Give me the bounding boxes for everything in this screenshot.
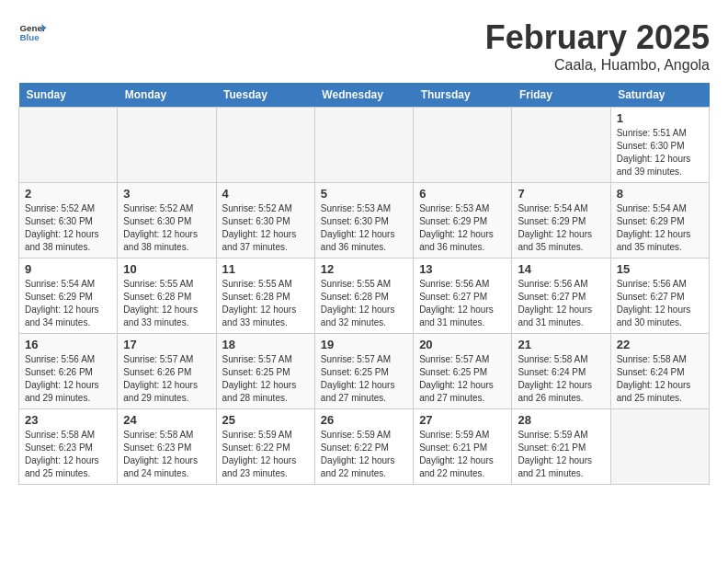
col-header-sunday: Sunday <box>19 83 118 108</box>
day-number: 18 <box>222 338 309 351</box>
day-info: Sunrise: 5:56 AM Sunset: 6:27 PM Dayligh… <box>419 278 506 329</box>
day-cell: 21Sunrise: 5:58 AM Sunset: 6:24 PM Dayli… <box>512 334 610 409</box>
day-number: 17 <box>123 338 210 351</box>
week-row-1: 1Sunrise: 5:51 AM Sunset: 6:30 PM Daylig… <box>19 108 710 183</box>
day-number: 24 <box>123 413 210 427</box>
day-info: Sunrise: 5:57 AM Sunset: 6:25 PM Dayligh… <box>321 353 407 405</box>
week-row-2: 2Sunrise: 5:52 AM Sunset: 6:30 PM Daylig… <box>19 183 710 259</box>
day-info: Sunrise: 5:55 AM Sunset: 6:28 PM Dayligh… <box>321 278 407 329</box>
page-header: General Blue February 2025 Caala, Huambo… <box>18 18 710 74</box>
day-info: Sunrise: 5:57 AM Sunset: 6:25 PM Dayligh… <box>222 353 309 405</box>
day-info: Sunrise: 5:58 AM Sunset: 6:24 PM Dayligh… <box>617 353 703 405</box>
col-header-thursday: Thursday <box>414 83 512 108</box>
day-cell: 8Sunrise: 5:54 AM Sunset: 6:29 PM Daylig… <box>610 183 709 259</box>
day-info: Sunrise: 5:52 AM Sunset: 6:30 PM Dayligh… <box>222 202 309 254</box>
day-number: 9 <box>25 262 111 276</box>
day-cell: 1Sunrise: 5:51 AM Sunset: 6:30 PM Daylig… <box>610 108 709 183</box>
day-cell: 14Sunrise: 5:56 AM Sunset: 6:27 PM Dayli… <box>512 259 610 334</box>
day-info: Sunrise: 5:54 AM Sunset: 6:29 PM Dayligh… <box>25 278 111 329</box>
day-info: Sunrise: 5:58 AM Sunset: 6:23 PM Dayligh… <box>25 429 111 480</box>
day-info: Sunrise: 5:54 AM Sunset: 6:29 PM Dayligh… <box>518 202 604 254</box>
day-cell <box>512 108 610 183</box>
day-number: 5 <box>321 187 407 201</box>
day-cell: 22Sunrise: 5:58 AM Sunset: 6:24 PM Dayli… <box>610 334 709 409</box>
location-subtitle: Caala, Huambo, Angola <box>485 57 710 74</box>
day-number: 22 <box>617 338 703 351</box>
day-cell: 13Sunrise: 5:56 AM Sunset: 6:27 PM Dayli… <box>414 259 512 334</box>
day-cell: 9Sunrise: 5:54 AM Sunset: 6:29 PM Daylig… <box>19 259 118 334</box>
day-number: 21 <box>518 338 604 351</box>
day-cell: 12Sunrise: 5:55 AM Sunset: 6:28 PM Dayli… <box>314 259 413 334</box>
day-number: 15 <box>617 262 703 276</box>
col-header-wednesday: Wednesday <box>314 83 413 108</box>
day-info: Sunrise: 5:58 AM Sunset: 6:23 PM Dayligh… <box>123 429 210 480</box>
week-row-5: 23Sunrise: 5:58 AM Sunset: 6:23 PM Dayli… <box>19 409 710 485</box>
day-cell: 4Sunrise: 5:52 AM Sunset: 6:30 PM Daylig… <box>216 183 314 259</box>
day-cell <box>414 108 512 183</box>
day-number: 23 <box>25 413 111 427</box>
day-cell <box>118 108 216 183</box>
day-cell <box>216 108 314 183</box>
day-info: Sunrise: 5:55 AM Sunset: 6:28 PM Dayligh… <box>123 278 210 329</box>
day-number: 19 <box>321 338 407 351</box>
day-cell: 3Sunrise: 5:52 AM Sunset: 6:30 PM Daylig… <box>118 183 216 259</box>
day-cell <box>314 108 413 183</box>
day-cell: 23Sunrise: 5:58 AM Sunset: 6:23 PM Dayli… <box>19 409 118 485</box>
day-cell: 16Sunrise: 5:56 AM Sunset: 6:26 PM Dayli… <box>19 334 118 409</box>
day-info: Sunrise: 5:52 AM Sunset: 6:30 PM Dayligh… <box>123 202 210 254</box>
day-number: 11 <box>222 262 309 276</box>
logo-icon: General Blue <box>18 18 46 46</box>
col-header-monday: Monday <box>118 83 216 108</box>
calendar-table: SundayMondayTuesdayWednesdayThursdayFrid… <box>18 83 710 485</box>
day-number: 14 <box>518 262 604 276</box>
day-number: 4 <box>222 187 309 201</box>
day-info: Sunrise: 5:57 AM Sunset: 6:26 PM Dayligh… <box>123 353 210 405</box>
day-cell <box>610 409 709 485</box>
day-info: Sunrise: 5:58 AM Sunset: 6:24 PM Dayligh… <box>518 353 604 405</box>
day-cell: 5Sunrise: 5:53 AM Sunset: 6:30 PM Daylig… <box>314 183 413 259</box>
day-cell: 17Sunrise: 5:57 AM Sunset: 6:26 PM Dayli… <box>118 334 216 409</box>
logo: General Blue <box>18 18 46 46</box>
day-number: 8 <box>617 187 703 201</box>
day-info: Sunrise: 5:53 AM Sunset: 6:29 PM Dayligh… <box>419 202 506 254</box>
day-cell: 19Sunrise: 5:57 AM Sunset: 6:25 PM Dayli… <box>314 334 413 409</box>
header-row: SundayMondayTuesdayWednesdayThursdayFrid… <box>19 83 710 108</box>
day-cell: 11Sunrise: 5:55 AM Sunset: 6:28 PM Dayli… <box>216 259 314 334</box>
week-row-4: 16Sunrise: 5:56 AM Sunset: 6:26 PM Dayli… <box>19 334 710 409</box>
day-info: Sunrise: 5:56 AM Sunset: 6:27 PM Dayligh… <box>617 278 703 329</box>
day-cell: 27Sunrise: 5:59 AM Sunset: 6:21 PM Dayli… <box>414 409 512 485</box>
day-info: Sunrise: 5:54 AM Sunset: 6:29 PM Dayligh… <box>617 202 703 254</box>
day-number: 7 <box>518 187 604 201</box>
week-row-3: 9Sunrise: 5:54 AM Sunset: 6:29 PM Daylig… <box>19 259 710 334</box>
day-cell: 7Sunrise: 5:54 AM Sunset: 6:29 PM Daylig… <box>512 183 610 259</box>
day-number: 26 <box>321 413 407 427</box>
day-number: 13 <box>419 262 506 276</box>
day-cell: 2Sunrise: 5:52 AM Sunset: 6:30 PM Daylig… <box>19 183 118 259</box>
day-number: 16 <box>25 338 111 351</box>
month-title: February 2025 <box>485 18 710 57</box>
day-info: Sunrise: 5:52 AM Sunset: 6:30 PM Dayligh… <box>25 202 111 254</box>
day-number: 28 <box>518 413 604 427</box>
day-number: 2 <box>25 187 111 201</box>
day-cell: 6Sunrise: 5:53 AM Sunset: 6:29 PM Daylig… <box>414 183 512 259</box>
day-info: Sunrise: 5:56 AM Sunset: 6:27 PM Dayligh… <box>518 278 604 329</box>
day-info: Sunrise: 5:53 AM Sunset: 6:30 PM Dayligh… <box>321 202 407 254</box>
day-cell: 18Sunrise: 5:57 AM Sunset: 6:25 PM Dayli… <box>216 334 314 409</box>
day-info: Sunrise: 5:59 AM Sunset: 6:22 PM Dayligh… <box>321 429 407 480</box>
day-number: 27 <box>419 413 506 427</box>
day-info: Sunrise: 5:59 AM Sunset: 6:21 PM Dayligh… <box>419 429 506 480</box>
day-cell <box>19 108 118 183</box>
day-cell: 25Sunrise: 5:59 AM Sunset: 6:22 PM Dayli… <box>216 409 314 485</box>
day-cell: 20Sunrise: 5:57 AM Sunset: 6:25 PM Dayli… <box>414 334 512 409</box>
day-cell: 15Sunrise: 5:56 AM Sunset: 6:27 PM Dayli… <box>610 259 709 334</box>
day-cell: 10Sunrise: 5:55 AM Sunset: 6:28 PM Dayli… <box>118 259 216 334</box>
col-header-tuesday: Tuesday <box>216 83 314 108</box>
day-info: Sunrise: 5:57 AM Sunset: 6:25 PM Dayligh… <box>419 353 506 405</box>
day-info: Sunrise: 5:51 AM Sunset: 6:30 PM Dayligh… <box>617 127 703 178</box>
svg-text:Blue: Blue <box>20 32 40 42</box>
day-info: Sunrise: 5:55 AM Sunset: 6:28 PM Dayligh… <box>222 278 309 329</box>
day-number: 12 <box>321 262 407 276</box>
day-number: 3 <box>123 187 210 201</box>
day-info: Sunrise: 5:56 AM Sunset: 6:26 PM Dayligh… <box>25 353 111 405</box>
day-info: Sunrise: 5:59 AM Sunset: 6:21 PM Dayligh… <box>518 429 604 480</box>
